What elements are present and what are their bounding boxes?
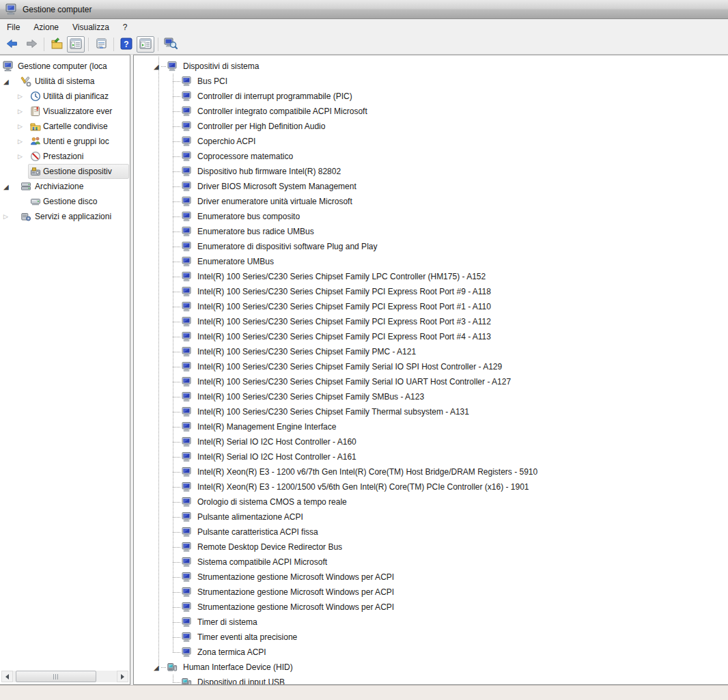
console-tree-item[interactable]: ◢Archiviazione: [0, 179, 130, 194]
console-tree-item[interactable]: ▷Prestazioni: [0, 149, 130, 164]
device-tree-item[interactable]: Enumeratore UMBus: [134, 254, 728, 269]
device-tree-item[interactable]: Enumeratore bus composito: [134, 209, 728, 224]
expand-toggle-icon[interactable]: ▷: [18, 104, 23, 119]
console-tree-item[interactable]: ▷Servizi e applicazioni: [0, 209, 130, 224]
console-tree-item[interactable]: ▷Utilità di pianificaz: [0, 89, 130, 104]
tree-line: [173, 74, 173, 652]
device-tree-item[interactable]: Strumentazione gestione Microsoft Window…: [134, 585, 728, 600]
menu-visualizza[interactable]: Visualizza: [66, 20, 116, 34]
device-tree-item[interactable]: Bus PCI: [134, 74, 728, 89]
device-tree-item[interactable]: ◢Dispositivi di sistema: [134, 59, 728, 74]
scrollbar-thumb[interactable]: [16, 671, 96, 682]
device-tree-item[interactable]: Timer eventi alta precisione: [134, 630, 728, 645]
device-tree-item[interactable]: Enumeratore di dispositivi software Plug…: [134, 239, 728, 254]
console-tree-item[interactable]: ▷Visualizzatore ever: [0, 104, 130, 119]
menu-help[interactable]: ?: [116, 20, 135, 34]
storage-icon: [20, 179, 31, 194]
scroll-left-button[interactable]: [1, 671, 13, 682]
menu-azione[interactable]: Azione: [27, 20, 66, 34]
device-tree-item[interactable]: Controller per High Definition Audio: [134, 119, 728, 134]
device-tree-item[interactable]: Controller integrato compatibile ACPI Mi…: [134, 104, 728, 119]
expand-toggle-icon[interactable]: ▷: [18, 89, 23, 104]
title-bar[interactable]: Gestione computer: [0, 0, 728, 19]
device-tree-item[interactable]: Enumeratore bus radice UMBus: [134, 224, 728, 239]
device-tree-item[interactable]: Driver enumeratore unità virtuale Micros…: [134, 194, 728, 209]
tree-item-label: Coperchio ACPI: [197, 134, 255, 149]
device-tree-item[interactable]: Intel(R) Management Engine Interface: [134, 419, 728, 434]
horizontal-scrollbar[interactable]: [1, 671, 128, 682]
device-tree-item[interactable]: ◢Human Interface Device (HID): [134, 660, 728, 675]
device-tree-item[interactable]: Coprocessore matematico: [134, 149, 728, 164]
console-tree-item[interactable]: Gestione dispositiv: [0, 164, 130, 179]
device-tree-item[interactable]: Intel(R) Xeon(R) E3 - 1200/1500 v5/6th G…: [134, 479, 728, 494]
device-tree-item[interactable]: Intel(R) Serial IO I2C Host Controller -…: [134, 434, 728, 449]
system-device-icon: [181, 284, 192, 299]
show-action-pane-button[interactable]: [137, 36, 154, 53]
tree-item-label: Intel(R) 100 Series/C230 Series Chipset …: [197, 359, 502, 374]
system-device-icon: [181, 494, 192, 509]
help-button[interactable]: ?: [117, 36, 135, 53]
device-tree-item[interactable]: Dispositivo hub firmware Intel(R) 82802: [134, 164, 728, 179]
console-tree-item[interactable]: ◢Utilità di sistema: [0, 74, 130, 89]
collapse-toggle-icon[interactable]: ◢: [3, 179, 9, 194]
expand-toggle-icon[interactable]: ▷: [18, 134, 23, 149]
device-tree-item[interactable]: Zona termica ACPI: [134, 645, 728, 660]
scan-hardware-changes-button[interactable]: [162, 36, 180, 53]
device-tree-item[interactable]: Pulsante caratteristica ACPI fissa: [134, 524, 728, 540]
device-tree-item[interactable]: Orologio di sistema CMOS a tempo reale: [134, 494, 728, 509]
device-tree-item[interactable]: Pulsante alimentazione ACPI: [134, 509, 728, 524]
device-tree-item[interactable]: Intel(R) Xeon(R) E3 - 1200 v6/7th Gen In…: [134, 464, 728, 479]
expand-toggle-icon[interactable]: ▷: [18, 119, 23, 134]
forward-button[interactable]: [23, 36, 40, 53]
device-tree-item[interactable]: Intel(R) 100 Series/C230 Series Chipset …: [134, 374, 728, 389]
tree-item-label: Gestione disco: [43, 194, 97, 209]
collapse-toggle-icon[interactable]: ◢: [3, 74, 9, 89]
expand-toggle-icon[interactable]: ▷: [18, 149, 23, 164]
system-device-icon: [181, 645, 192, 660]
device-tree-item[interactable]: Driver BIOS Microsoft System Management: [134, 179, 728, 194]
device-tree-item[interactable]: Strumentazione gestione Microsoft Window…: [134, 570, 728, 585]
tree-item-label: Controller per High Definition Audio: [197, 119, 325, 134]
device-tree-item[interactable]: Intel(R) 100 Series/C230 Series Chipset …: [134, 299, 728, 314]
device-tree-item[interactable]: Intel(R) 100 Series/C230 Series Chipset …: [134, 314, 728, 329]
device-tree-item[interactable]: Controller di interrupt programmabile (P…: [134, 89, 728, 104]
expand-toggle-icon[interactable]: ▷: [3, 209, 8, 224]
back-button[interactable]: [3, 36, 21, 53]
device-tree-item[interactable]: Intel(R) 100 Series/C230 Series Chipset …: [134, 344, 728, 359]
system-device-icon: [181, 600, 192, 615]
system-device-icon: [181, 540, 192, 555]
collapse-toggle-icon[interactable]: ◢: [154, 660, 159, 675]
device-tree-item[interactable]: Intel(R) 100 Series/C230 Series Chipset …: [134, 359, 728, 374]
device-tree-item[interactable]: Coperchio ACPI: [134, 134, 728, 149]
properties-button[interactable]: [92, 36, 110, 53]
toolbar: ?: [0, 35, 728, 55]
device-tree-item[interactable]: Strumentazione gestione Microsoft Window…: [134, 600, 728, 615]
scrollbar-track[interactable]: [13, 671, 117, 682]
console-tree-item[interactable]: ▷Utenti e gruppi loc: [0, 134, 130, 149]
usb-input-device-icon: [181, 675, 192, 685]
console-tree-item[interactable]: Gestione computer (loca: [0, 59, 130, 74]
device-tree-item[interactable]: Intel(R) 100 Series/C230 Series Chipset …: [134, 284, 728, 299]
tree-item-label: Intel(R) Serial IO I2C Host Controller -…: [197, 449, 356, 464]
show-console-tree-button[interactable]: [67, 36, 85, 53]
device-tree-item[interactable]: Intel(R) 100 Series/C230 Series Chipset …: [134, 389, 728, 404]
export-list-button[interactable]: [48, 36, 66, 53]
device-tree-item[interactable]: Sistema compatibile ACPI Microsoft: [134, 555, 728, 570]
device-tree-item[interactable]: Intel(R) Serial IO I2C Host Controller -…: [134, 449, 728, 464]
system-device-icon: [167, 59, 178, 74]
collapse-toggle-icon[interactable]: ◢: [154, 59, 159, 74]
console-tree-item[interactable]: Gestione disco: [0, 194, 130, 209]
console-tree-item[interactable]: ▷Cartelle condivise: [0, 119, 130, 134]
device-tree-item[interactable]: Remote Desktop Device Redirector Bus: [134, 540, 728, 555]
menu-file[interactable]: File: [0, 20, 27, 34]
system-device-icon: [181, 464, 192, 479]
device-tree-item[interactable]: Intel(R) 100 Series/C230 Series Chipset …: [134, 404, 728, 419]
app-icon: [5, 3, 17, 16]
tree-line: [173, 126, 181, 127]
device-tree-item[interactable]: Intel(R) 100 Series/C230 Series Chipset …: [134, 269, 728, 284]
scroll-right-button[interactable]: [117, 671, 128, 682]
tree-line: [173, 262, 181, 262]
device-tree-item[interactable]: Intel(R) 100 Series/C230 Series Chipset …: [134, 329, 728, 344]
device-tree-item[interactable]: Timer di sistema: [134, 615, 728, 630]
device-tree-item[interactable]: Dispositivo di input USB: [134, 675, 728, 685]
